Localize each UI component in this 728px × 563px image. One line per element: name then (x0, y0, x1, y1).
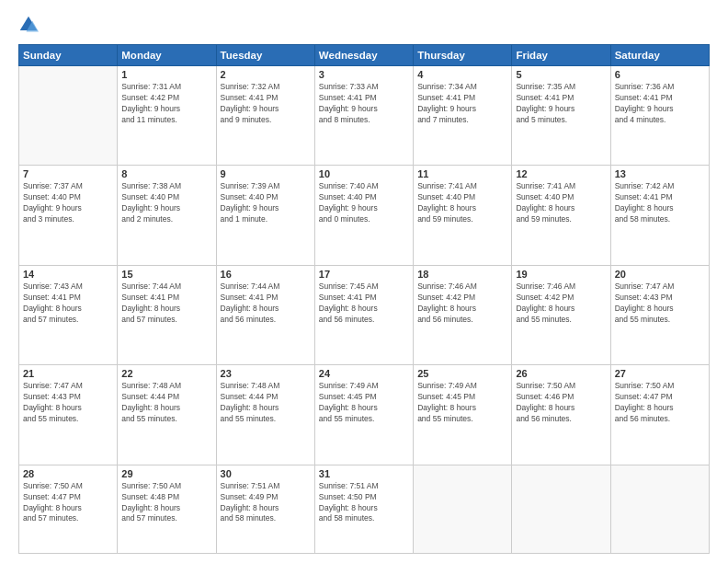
day-info: Sunrise: 7:44 AM Sunset: 4:41 PM Dayligh… (221, 282, 311, 326)
day-info: Sunrise: 7:48 AM Sunset: 4:44 PM Dayligh… (221, 381, 311, 425)
day-number: 6 (615, 69, 705, 80)
day-info: Sunrise: 7:47 AM Sunset: 4:43 PM Dayligh… (615, 282, 705, 326)
day-info: Sunrise: 7:50 AM Sunset: 4:46 PM Dayligh… (516, 381, 606, 425)
calendar-day-cell: 11Sunrise: 7:41 AM Sunset: 4:40 PM Dayli… (414, 166, 512, 265)
calendar-day-header: Monday (118, 45, 216, 66)
day-number: 12 (516, 168, 606, 179)
day-number: 8 (121, 168, 211, 179)
day-number: 14 (23, 269, 113, 280)
day-number: 11 (417, 168, 507, 179)
day-info: Sunrise: 7:40 AM Sunset: 4:40 PM Dayligh… (319, 181, 409, 225)
calendar-day-header: Saturday (610, 45, 709, 66)
calendar-day-cell: 30Sunrise: 7:51 AM Sunset: 4:49 PM Dayli… (216, 465, 314, 553)
calendar-day-cell: 12Sunrise: 7:41 AM Sunset: 4:40 PM Dayli… (512, 166, 610, 265)
calendar-day-cell: 3Sunrise: 7:33 AM Sunset: 4:41 PM Daylig… (314, 66, 413, 166)
day-number: 27 (615, 368, 705, 379)
calendar-day-cell: 9Sunrise: 7:39 AM Sunset: 4:40 PM Daylig… (216, 166, 314, 265)
day-info: Sunrise: 7:49 AM Sunset: 4:45 PM Dayligh… (319, 381, 409, 425)
calendar-day-cell: 4Sunrise: 7:34 AM Sunset: 4:41 PM Daylig… (414, 66, 512, 166)
page: SundayMondayTuesdayWednesdayThursdayFrid… (0, 0, 728, 563)
day-info: Sunrise: 7:46 AM Sunset: 4:42 PM Dayligh… (417, 282, 507, 326)
day-info: Sunrise: 7:47 AM Sunset: 4:43 PM Dayligh… (23, 381, 113, 425)
calendar-day-cell (512, 465, 610, 553)
day-number: 7 (23, 168, 113, 179)
calendar-day-cell: 7Sunrise: 7:37 AM Sunset: 4:40 PM Daylig… (19, 166, 118, 265)
calendar-day-cell: 20Sunrise: 7:47 AM Sunset: 4:43 PM Dayli… (610, 265, 709, 364)
calendar-day-header: Sunday (19, 45, 118, 66)
day-number: 16 (221, 269, 311, 280)
day-number: 10 (319, 168, 409, 179)
calendar-day-header: Friday (512, 45, 610, 66)
day-info: Sunrise: 7:34 AM Sunset: 4:41 PM Dayligh… (417, 82, 507, 126)
day-info: Sunrise: 7:51 AM Sunset: 4:49 PM Dayligh… (221, 481, 311, 525)
day-info: Sunrise: 7:41 AM Sunset: 4:40 PM Dayligh… (417, 181, 507, 225)
calendar-day-cell: 8Sunrise: 7:38 AM Sunset: 4:40 PM Daylig… (118, 166, 216, 265)
day-info: Sunrise: 7:48 AM Sunset: 4:44 PM Dayligh… (121, 381, 211, 425)
calendar-day-cell: 17Sunrise: 7:45 AM Sunset: 4:41 PM Dayli… (314, 265, 413, 364)
day-number: 28 (23, 468, 113, 479)
calendar-day-cell: 15Sunrise: 7:44 AM Sunset: 4:41 PM Dayli… (118, 265, 216, 364)
calendar-day-cell: 13Sunrise: 7:42 AM Sunset: 4:41 PM Dayli… (610, 166, 709, 265)
calendar-day-cell: 16Sunrise: 7:44 AM Sunset: 4:41 PM Dayli… (216, 265, 314, 364)
calendar-day-cell: 28Sunrise: 7:50 AM Sunset: 4:47 PM Dayli… (19, 465, 118, 553)
day-number: 22 (121, 368, 211, 379)
calendar-day-cell: 23Sunrise: 7:48 AM Sunset: 4:44 PM Dayli… (216, 365, 314, 465)
calendar-day-cell: 31Sunrise: 7:51 AM Sunset: 4:50 PM Dayli… (314, 465, 413, 553)
day-number: 13 (615, 168, 705, 179)
day-number: 31 (319, 468, 409, 479)
day-number: 2 (221, 69, 311, 80)
day-number: 30 (221, 468, 311, 479)
calendar-day-cell: 5Sunrise: 7:35 AM Sunset: 4:41 PM Daylig… (512, 66, 610, 166)
day-number: 19 (516, 269, 606, 280)
calendar-day-cell (19, 66, 118, 166)
logo (18, 15, 42, 35)
day-number: 17 (319, 269, 409, 280)
calendar-day-cell: 22Sunrise: 7:48 AM Sunset: 4:44 PM Dayli… (118, 365, 216, 465)
calendar-day-header: Wednesday (314, 45, 413, 66)
day-number: 21 (23, 368, 113, 379)
calendar-day-cell: 21Sunrise: 7:47 AM Sunset: 4:43 PM Dayli… (19, 365, 118, 465)
day-info: Sunrise: 7:51 AM Sunset: 4:50 PM Dayligh… (319, 481, 409, 525)
calendar-day-cell (610, 465, 709, 553)
calendar-day-cell: 29Sunrise: 7:50 AM Sunset: 4:48 PM Dayli… (118, 465, 216, 553)
calendar-day-cell: 19Sunrise: 7:46 AM Sunset: 4:42 PM Dayli… (512, 265, 610, 364)
day-number: 26 (516, 368, 606, 379)
day-number: 25 (417, 368, 507, 379)
day-info: Sunrise: 7:39 AM Sunset: 4:40 PM Dayligh… (221, 181, 311, 225)
header (18, 15, 710, 35)
day-info: Sunrise: 7:45 AM Sunset: 4:41 PM Dayligh… (319, 282, 409, 326)
day-number: 1 (121, 69, 211, 80)
day-info: Sunrise: 7:31 AM Sunset: 4:42 PM Dayligh… (121, 82, 211, 126)
calendar-day-cell: 24Sunrise: 7:49 AM Sunset: 4:45 PM Dayli… (314, 365, 413, 465)
logo-icon (18, 15, 39, 35)
day-info: Sunrise: 7:49 AM Sunset: 4:45 PM Dayligh… (417, 381, 507, 425)
day-number: 23 (221, 368, 311, 379)
day-info: Sunrise: 7:42 AM Sunset: 4:41 PM Dayligh… (615, 181, 705, 225)
calendar-day-cell: 27Sunrise: 7:50 AM Sunset: 4:47 PM Dayli… (610, 365, 709, 465)
calendar-day-cell: 10Sunrise: 7:40 AM Sunset: 4:40 PM Dayli… (314, 166, 413, 265)
day-info: Sunrise: 7:37 AM Sunset: 4:40 PM Dayligh… (23, 181, 113, 225)
calendar-day-cell: 14Sunrise: 7:43 AM Sunset: 4:41 PM Dayli… (19, 265, 118, 364)
day-number: 15 (121, 269, 211, 280)
calendar-day-cell (414, 465, 512, 553)
day-info: Sunrise: 7:44 AM Sunset: 4:41 PM Dayligh… (121, 282, 211, 326)
calendar-day-cell: 25Sunrise: 7:49 AM Sunset: 4:45 PM Dayli… (414, 365, 512, 465)
calendar-table: SundayMondayTuesdayWednesdayThursdayFrid… (18, 44, 710, 554)
day-number: 9 (221, 168, 311, 179)
day-info: Sunrise: 7:41 AM Sunset: 4:40 PM Dayligh… (516, 181, 606, 225)
calendar-day-header: Thursday (414, 45, 512, 66)
day-info: Sunrise: 7:50 AM Sunset: 4:47 PM Dayligh… (23, 481, 113, 525)
day-info: Sunrise: 7:50 AM Sunset: 4:47 PM Dayligh… (615, 381, 705, 425)
calendar-week-row: 21Sunrise: 7:47 AM Sunset: 4:43 PM Dayli… (19, 365, 710, 465)
calendar-week-row: 28Sunrise: 7:50 AM Sunset: 4:47 PM Dayli… (19, 465, 710, 553)
day-number: 29 (121, 468, 211, 479)
calendar-day-cell: 6Sunrise: 7:36 AM Sunset: 4:41 PM Daylig… (610, 66, 709, 166)
calendar-day-header: Tuesday (216, 45, 314, 66)
day-info: Sunrise: 7:35 AM Sunset: 4:41 PM Dayligh… (516, 82, 606, 126)
day-info: Sunrise: 7:43 AM Sunset: 4:41 PM Dayligh… (23, 282, 113, 326)
calendar-day-cell: 2Sunrise: 7:32 AM Sunset: 4:41 PM Daylig… (216, 66, 314, 166)
day-info: Sunrise: 7:33 AM Sunset: 4:41 PM Dayligh… (319, 82, 409, 126)
day-number: 24 (319, 368, 409, 379)
calendar-week-row: 1Sunrise: 7:31 AM Sunset: 4:42 PM Daylig… (19, 66, 710, 166)
calendar-week-row: 14Sunrise: 7:43 AM Sunset: 4:41 PM Dayli… (19, 265, 710, 364)
